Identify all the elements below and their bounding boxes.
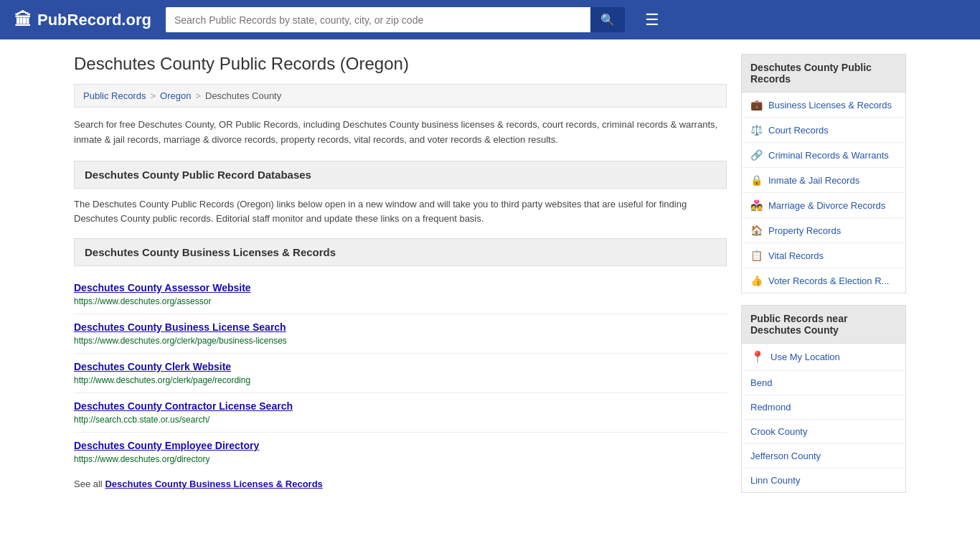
record-entry: Deschutes County Contractor License Sear…	[74, 393, 727, 433]
sidebar-nearby-title: Public Records near Deschutes County	[741, 305, 906, 344]
sidebar-record-label: Business Licenses & Records	[768, 100, 892, 110]
breadcrumb-sep-1: >	[150, 90, 156, 101]
see-all-line: See all Deschutes County Business Licens…	[74, 479, 727, 489]
nearby-item[interactable]: Linn County	[742, 468, 905, 492]
page-title: Deschutes County Public Records (Oregon)	[74, 54, 727, 74]
sidebar-records-item[interactable]: ⚖️Court Records	[742, 118, 905, 143]
site-logo[interactable]: 🏛 PubRecord.org	[14, 10, 151, 30]
see-all-link[interactable]: Deschutes County Business Licenses & Rec…	[105, 479, 322, 489]
business-section-header: Deschutes County Business Licenses & Rec…	[74, 238, 727, 266]
sidebar-record-label: Property Records	[768, 225, 841, 236]
sidebar-records-item[interactable]: 💑Marriage & Divorce Records	[742, 193, 905, 218]
sidebar: Deschutes County Public Records 💼Busines…	[741, 54, 906, 493]
location-icon: 📍	[750, 350, 765, 364]
logo-icon: 🏛	[14, 10, 32, 30]
logo-text: PubRecord.org	[37, 11, 151, 29]
breadcrumb-sep-2: >	[195, 90, 201, 101]
business-entries: Deschutes County Assessor Website https:…	[74, 275, 727, 471]
nearby-label: Crook County	[750, 426, 807, 437]
record-url[interactable]: http://search.ccb.state.or.us/search/	[74, 415, 209, 425]
record-url[interactable]: http://www.deschutes.org/clerk/page/reco…	[74, 375, 250, 385]
sidebar-nearby-list: 📍Use My LocationBendRedmondCrook CountyJ…	[741, 344, 906, 493]
main-content: Deschutes County Public Records (Oregon)…	[74, 54, 727, 493]
record-url[interactable]: https://www.deschutes.org/assessor	[74, 296, 211, 306]
sidebar-records-list: 💼Business Licenses & Records⚖️Court Reco…	[741, 93, 906, 293]
nearby-item[interactable]: Redmond	[742, 395, 905, 420]
search-button[interactable]: 🔍	[590, 7, 625, 32]
sidebar-records-item[interactable]: 🔗Criminal Records & Warrants	[742, 143, 905, 168]
record-entry: Deschutes County Employee Directory http…	[74, 433, 727, 471]
record-title[interactable]: Deschutes County Business License Search	[74, 321, 727, 333]
record-url[interactable]: https://www.deschutes.org/directory	[74, 454, 209, 464]
nearby-item[interactable]: Jefferson County	[742, 444, 905, 468]
record-entry: Deschutes County Business License Search…	[74, 314, 727, 354]
menu-button[interactable]: ☰	[645, 11, 659, 29]
record-url[interactable]: https://www.deschutes.org/clerk/page/bus…	[74, 336, 287, 346]
nearby-item[interactable]: Bend	[742, 371, 905, 395]
nearby-label: Jefferson County	[750, 451, 821, 461]
sidebar-record-icon: 👍	[750, 275, 763, 286]
search-input[interactable]	[166, 7, 590, 32]
breadcrumb-current: Deschutes County	[205, 90, 281, 101]
sidebar-record-icon: ⚖️	[750, 124, 763, 136]
sidebar-record-icon: 🏠	[750, 225, 763, 236]
nearby-label: Bend	[750, 377, 772, 388]
sidebar-record-icon: 📋	[750, 250, 763, 261]
nearby-item[interactable]: Crook County	[742, 420, 905, 444]
nearby-label: Redmond	[750, 402, 791, 413]
search-icon: 🔍	[600, 14, 615, 26]
databases-section-header: Deschutes County Public Record Databases	[74, 161, 727, 189]
sidebar-records-item[interactable]: 💼Business Licenses & Records	[742, 93, 905, 118]
sidebar-records-item[interactable]: 🔒Inmate & Jail Records	[742, 168, 905, 193]
sidebar-record-label: Vital Records	[768, 250, 824, 261]
intro-text: Search for free Deschutes County, OR Pub…	[74, 118, 727, 148]
record-entry: Deschutes County Clerk Website http://ww…	[74, 354, 727, 393]
record-title[interactable]: Deschutes County Assessor Website	[74, 282, 727, 293]
site-header: 🏛 PubRecord.org 🔍 ☰	[0, 0, 980, 39]
breadcrumb-public-records[interactable]: Public Records	[83, 90, 146, 101]
nearby-item[interactable]: 📍Use My Location	[742, 344, 905, 371]
sidebar-record-label: Voter Records & Election R...	[768, 276, 889, 286]
search-area: 🔍	[166, 7, 625, 32]
nearby-label: Use My Location	[771, 352, 840, 362]
sidebar-record-icon: 🔗	[750, 149, 763, 161]
sidebar-record-icon: 💑	[750, 199, 763, 211]
sidebar-record-icon: 💼	[750, 99, 763, 110]
sidebar-record-label: Criminal Records & Warrants	[768, 150, 889, 161]
record-entry: Deschutes County Assessor Website https:…	[74, 275, 727, 314]
sidebar-records-item[interactable]: 🏠Property Records	[742, 218, 905, 243]
sidebar-record-label: Marriage & Divorce Records	[768, 200, 885, 211]
sidebar-records-item[interactable]: 📋Vital Records	[742, 243, 905, 268]
sidebar-records-title: Deschutes County Public Records	[741, 54, 906, 93]
record-title[interactable]: Deschutes County Contractor License Sear…	[74, 400, 727, 412]
record-title[interactable]: Deschutes County Employee Directory	[74, 440, 727, 451]
databases-description: The Deschutes County Public Records (Ore…	[74, 197, 727, 227]
sidebar-record-label: Inmate & Jail Records	[768, 175, 859, 186]
breadcrumb-oregon[interactable]: Oregon	[160, 90, 191, 101]
nearby-label: Linn County	[750, 475, 800, 486]
sidebar-record-label: Court Records	[768, 125, 829, 136]
sidebar-records-item[interactable]: 👍Voter Records & Election R...	[742, 268, 905, 293]
breadcrumb: Public Records > Oregon > Deschutes Coun…	[74, 84, 727, 108]
record-title[interactable]: Deschutes County Clerk Website	[74, 361, 727, 372]
sidebar-record-icon: 🔒	[750, 174, 763, 186]
